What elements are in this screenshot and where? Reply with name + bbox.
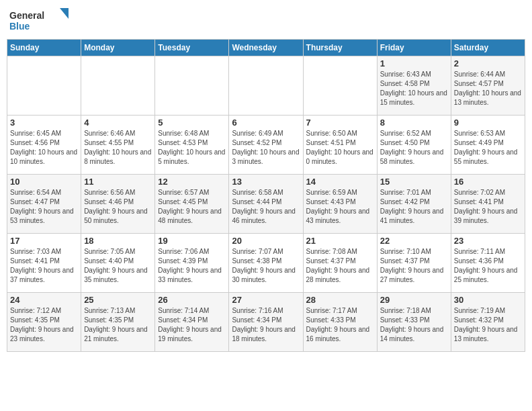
day-info: Sunrise: 7:01 AMSunset: 4:42 PMDaylight:… — [380, 188, 448, 226]
calendar-cell — [7, 56, 81, 116]
calendar-cell: 7Sunrise: 6:50 AMSunset: 4:51 PMDaylight… — [303, 116, 377, 175]
calendar-cell: 28Sunrise: 7:17 AMSunset: 4:33 PMDayligh… — [303, 293, 377, 352]
day-number: 24 — [10, 295, 78, 305]
col-header-saturday: Saturday — [451, 40, 525, 56]
calendar-cell — [229, 56, 303, 116]
day-number: 7 — [306, 118, 374, 128]
day-info: Sunrise: 6:44 AMSunset: 4:57 PMDaylight:… — [454, 70, 522, 107]
calendar-cell: 16Sunrise: 7:02 AMSunset: 4:41 PMDayligh… — [451, 175, 525, 234]
day-info: Sunrise: 6:45 AMSunset: 4:56 PMDaylight:… — [10, 129, 78, 167]
day-info: Sunrise: 7:19 AMSunset: 4:32 PMDaylight:… — [454, 306, 522, 344]
calendar-cell: 30Sunrise: 7:19 AMSunset: 4:32 PMDayligh… — [451, 293, 525, 352]
day-number: 22 — [380, 236, 448, 246]
calendar-cell: 13Sunrise: 6:58 AMSunset: 4:44 PMDayligh… — [229, 175, 303, 234]
day-info: Sunrise: 6:43 AMSunset: 4:58 PMDaylight:… — [380, 70, 448, 107]
day-number: 8 — [380, 118, 448, 128]
day-number: 26 — [158, 295, 226, 305]
calendar-cell: 21Sunrise: 7:08 AMSunset: 4:37 PMDayligh… — [303, 234, 377, 293]
day-number: 13 — [232, 177, 300, 187]
day-info: Sunrise: 6:59 AMSunset: 4:43 PMDaylight:… — [306, 188, 374, 226]
col-header-friday: Friday — [377, 40, 451, 56]
day-number: 30 — [454, 295, 522, 305]
calendar-cell: 1Sunrise: 6:43 AMSunset: 4:58 PMDaylight… — [377, 56, 451, 116]
day-info: Sunrise: 6:56 AMSunset: 4:46 PMDaylight:… — [84, 188, 152, 226]
day-number: 15 — [380, 177, 448, 187]
day-info: Sunrise: 7:16 AMSunset: 4:34 PMDaylight:… — [232, 306, 300, 344]
day-info: Sunrise: 7:07 AMSunset: 4:38 PMDaylight:… — [232, 247, 300, 285]
calendar-cell: 12Sunrise: 6:57 AMSunset: 4:45 PMDayligh… — [155, 175, 229, 234]
calendar-cell: 14Sunrise: 6:59 AMSunset: 4:43 PMDayligh… — [303, 175, 377, 234]
calendar-cell: 24Sunrise: 7:12 AMSunset: 4:35 PMDayligh… — [7, 293, 81, 352]
day-info: Sunrise: 6:54 AMSunset: 4:47 PMDaylight:… — [10, 188, 78, 226]
day-number: 17 — [10, 236, 78, 246]
calendar-cell — [81, 56, 155, 116]
day-info: Sunrise: 7:18 AMSunset: 4:33 PMDaylight:… — [380, 306, 448, 344]
day-number: 25 — [84, 295, 152, 305]
day-number: 4 — [84, 118, 152, 128]
day-info: Sunrise: 6:49 AMSunset: 4:52 PMDaylight:… — [232, 129, 300, 167]
calendar-cell: 6Sunrise: 6:49 AMSunset: 4:52 PMDaylight… — [229, 116, 303, 175]
svg-marker-1 — [60, 8, 69, 19]
svg-text:Blue: Blue — [9, 21, 30, 32]
col-header-thursday: Thursday — [303, 40, 377, 56]
day-info: Sunrise: 7:06 AMSunset: 4:39 PMDaylight:… — [158, 247, 226, 285]
day-info: Sunrise: 7:05 AMSunset: 4:40 PMDaylight:… — [84, 247, 152, 285]
day-number: 3 — [10, 118, 78, 128]
logo-svg: General Blue — [9, 7, 70, 34]
col-header-sunday: Sunday — [7, 40, 81, 56]
day-info: Sunrise: 7:03 AMSunset: 4:41 PMDaylight:… — [10, 247, 78, 285]
calendar-cell: 27Sunrise: 7:16 AMSunset: 4:34 PMDayligh… — [229, 293, 303, 352]
calendar-cell: 17Sunrise: 7:03 AMSunset: 4:41 PMDayligh… — [7, 234, 81, 293]
calendar-cell: 15Sunrise: 7:01 AMSunset: 4:42 PMDayligh… — [377, 175, 451, 234]
col-header-monday: Monday — [81, 40, 155, 56]
day-number: 18 — [84, 236, 152, 246]
day-number: 27 — [232, 295, 300, 305]
day-number: 5 — [158, 118, 226, 128]
day-number: 12 — [158, 177, 226, 187]
calendar-cell — [155, 56, 229, 116]
calendar-cell: 18Sunrise: 7:05 AMSunset: 4:40 PMDayligh… — [81, 234, 155, 293]
day-number: 11 — [84, 177, 152, 187]
day-number: 1 — [380, 58, 448, 68]
calendar-cell: 23Sunrise: 7:11 AMSunset: 4:36 PMDayligh… — [451, 234, 525, 293]
calendar-cell: 22Sunrise: 7:10 AMSunset: 4:37 PMDayligh… — [377, 234, 451, 293]
col-header-tuesday: Tuesday — [155, 40, 229, 56]
calendar-cell: 10Sunrise: 6:54 AMSunset: 4:47 PMDayligh… — [7, 175, 81, 234]
day-info: Sunrise: 6:57 AMSunset: 4:45 PMDaylight:… — [158, 188, 226, 226]
day-number: 16 — [454, 177, 522, 187]
day-number: 20 — [232, 236, 300, 246]
day-number: 9 — [454, 118, 522, 128]
day-number: 2 — [454, 58, 522, 68]
calendar-cell: 11Sunrise: 6:56 AMSunset: 4:46 PMDayligh… — [81, 175, 155, 234]
day-info: Sunrise: 6:46 AMSunset: 4:55 PMDaylight:… — [84, 129, 152, 167]
logo: General Blue — [9, 7, 70, 34]
day-info: Sunrise: 6:50 AMSunset: 4:51 PMDaylight:… — [306, 129, 374, 167]
day-info: Sunrise: 6:53 AMSunset: 4:49 PMDaylight:… — [454, 129, 522, 167]
calendar-cell: 25Sunrise: 7:13 AMSunset: 4:35 PMDayligh… — [81, 293, 155, 352]
day-number: 29 — [380, 295, 448, 305]
page-header: General Blue — [7, 7, 525, 34]
calendar-table: SundayMondayTuesdayWednesdayThursdayFrid… — [7, 39, 525, 352]
day-info: Sunrise: 6:52 AMSunset: 4:50 PMDaylight:… — [380, 129, 448, 167]
calendar-cell — [303, 56, 377, 116]
day-info: Sunrise: 7:08 AMSunset: 4:37 PMDaylight:… — [306, 247, 374, 285]
day-number: 28 — [306, 295, 374, 305]
day-number: 21 — [306, 236, 374, 246]
calendar-cell: 9Sunrise: 6:53 AMSunset: 4:49 PMDaylight… — [451, 116, 525, 175]
day-info: Sunrise: 7:11 AMSunset: 4:36 PMDaylight:… — [454, 247, 522, 285]
day-info: Sunrise: 7:17 AMSunset: 4:33 PMDaylight:… — [306, 306, 374, 344]
day-number: 14 — [306, 177, 374, 187]
day-info: Sunrise: 7:14 AMSunset: 4:34 PMDaylight:… — [158, 306, 226, 344]
col-header-wednesday: Wednesday — [229, 40, 303, 56]
calendar-cell: 4Sunrise: 6:46 AMSunset: 4:55 PMDaylight… — [81, 116, 155, 175]
calendar-cell: 26Sunrise: 7:14 AMSunset: 4:34 PMDayligh… — [155, 293, 229, 352]
svg-text:General: General — [9, 10, 44, 21]
calendar-cell: 2Sunrise: 6:44 AMSunset: 4:57 PMDaylight… — [451, 56, 525, 116]
calendar-cell: 5Sunrise: 6:48 AMSunset: 4:53 PMDaylight… — [155, 116, 229, 175]
day-info: Sunrise: 6:58 AMSunset: 4:44 PMDaylight:… — [232, 188, 300, 226]
day-info: Sunrise: 7:10 AMSunset: 4:37 PMDaylight:… — [380, 247, 448, 285]
calendar-cell: 20Sunrise: 7:07 AMSunset: 4:38 PMDayligh… — [229, 234, 303, 293]
day-number: 6 — [232, 118, 300, 128]
day-number: 10 — [10, 177, 78, 187]
calendar-cell: 3Sunrise: 6:45 AMSunset: 4:56 PMDaylight… — [7, 116, 81, 175]
